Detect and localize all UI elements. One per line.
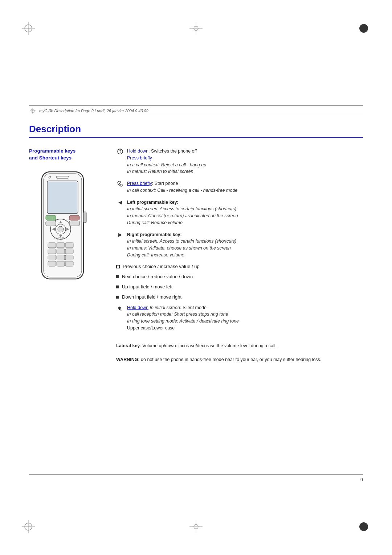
bullet-item-4: Down input field / move right (116, 294, 363, 300)
bullet-text-2: Next choice / reduce value / down (122, 274, 193, 279)
phone-image: myC-3b (29, 168, 96, 284)
bullet-square-filled-icon-4 (116, 296, 119, 299)
press-briefly-link: Press briefly (127, 155, 152, 161)
svg-rect-31 (69, 221, 79, 226)
content-columns: Programmable keys and Shortcut keys (29, 148, 363, 363)
key-item-call: Press briefly: Start phone In call conte… (116, 180, 363, 194)
svg-rect-45 (65, 261, 73, 266)
corner-mark-cb (189, 520, 203, 533)
lateral-key-note: Lateral key: Volume up/down: increase/de… (116, 343, 363, 349)
corner-mark-bl (22, 520, 35, 533)
svg-marker-52 (118, 233, 122, 237)
phone-svg: myC-3b (29, 168, 96, 284)
svg-rect-36 (65, 243, 73, 248)
header-crosshair-icon (29, 107, 36, 114)
warning-label: WARNING: (116, 357, 140, 362)
bullet-text-4: Down input field / move right (122, 294, 181, 300)
svg-rect-38 (57, 249, 65, 254)
power-key-content: Hold down: Switches the phone off Press … (127, 148, 363, 175)
page-container: myC-3b Description.fm Page 9 Lundi, 26 j… (0, 0, 392, 555)
svg-rect-41 (57, 255, 65, 260)
section-heading: Programmable keys and Shortcut keys (29, 148, 105, 162)
bullet-item-2: Next choice / reduce value / down (116, 274, 363, 279)
corner-mark-tl (22, 22, 35, 35)
press-briefly-call-link: Press briefly (127, 181, 152, 186)
right-column: Hold down: Switches the phone off Press … (116, 148, 363, 363)
power-icon (116, 148, 124, 155)
star-key-content: Hold down In initial screen: Silent mode… (127, 304, 363, 332)
svg-point-7 (359, 522, 368, 531)
svg-rect-39 (65, 249, 73, 254)
page-number: 9 (360, 477, 363, 482)
footer-bar: 9 (29, 474, 363, 482)
corner-mark-br (357, 520, 370, 533)
svg-rect-37 (48, 249, 56, 254)
lateral-key-label: Lateral key (116, 343, 140, 348)
page-title: Description (29, 123, 363, 138)
call-icon (116, 181, 124, 187)
header-bar: myC-3b Description.fm Page 9 Lundi, 26 j… (29, 105, 363, 116)
bullet-square-filled-icon-2 (116, 275, 119, 278)
svg-text:myC-3b: myC-3b (54, 236, 65, 240)
svg-rect-43 (48, 261, 56, 266)
svg-text:s: s (120, 308, 122, 311)
bullet-item-3: Up input field / move left (116, 284, 363, 289)
svg-marker-51 (118, 201, 122, 204)
file-info: myC-3b Description.fm Page 9 Lundi, 26 j… (39, 109, 148, 113)
svg-point-25 (58, 226, 64, 232)
right-prog-icon (116, 232, 124, 238)
hold-down-star-link: Hold down (127, 305, 148, 310)
star-key-icon: ✱ s (116, 305, 124, 311)
svg-rect-42 (65, 255, 73, 260)
svg-rect-20 (48, 182, 77, 212)
svg-rect-34 (48, 243, 56, 248)
bullet-square-open-icon (116, 265, 120, 268)
hold-down-link: Hold down (127, 149, 148, 154)
corner-mark-tr (357, 22, 370, 35)
svg-point-49 (119, 149, 121, 151)
lateral-key-text: : Volume up/down: increase/decrease the … (140, 343, 277, 348)
left-column: Programmable keys and Shortcut keys (29, 148, 105, 284)
svg-rect-46 (83, 212, 86, 223)
warning-text: WARNING: do not use the phone in hands-f… (116, 356, 363, 363)
right-prog-key-content: Right programmable key: In initial scree… (127, 231, 363, 259)
svg-rect-32 (46, 215, 56, 220)
svg-rect-44 (57, 261, 65, 266)
bullet-text-3: Up input field / move left (122, 284, 172, 289)
call-key-content: Press briefly: Start phone In call conte… (127, 180, 363, 194)
bullet-item-1: Previous choice / increase value / up (116, 264, 363, 269)
svg-rect-35 (57, 243, 65, 248)
key-item-right-prog: Right programmable key: In initial scree… (116, 231, 363, 259)
bullet-text-1: Previous choice / increase value / up (123, 264, 200, 269)
corner-mark-ct (189, 22, 203, 35)
warning-body: do not use the phone in hands-free mode … (140, 357, 322, 362)
left-prog-icon (116, 199, 124, 206)
main-content: Description Programmable keys and Shortc… (29, 123, 363, 482)
key-item-power: Hold down: Switches the phone off Press … (116, 148, 363, 175)
svg-point-3 (359, 24, 368, 33)
svg-rect-40 (48, 255, 56, 260)
svg-rect-30 (46, 221, 56, 226)
bullet-square-filled-icon-3 (116, 285, 119, 288)
key-item-left-prog: Left programmable key: In initial screen… (116, 199, 363, 226)
svg-rect-33 (69, 215, 79, 220)
left-prog-key-content: Left programmable key: In initial screen… (127, 199, 363, 226)
key-item-star: ✱ s Hold down In initial screen: Silent … (116, 304, 363, 332)
